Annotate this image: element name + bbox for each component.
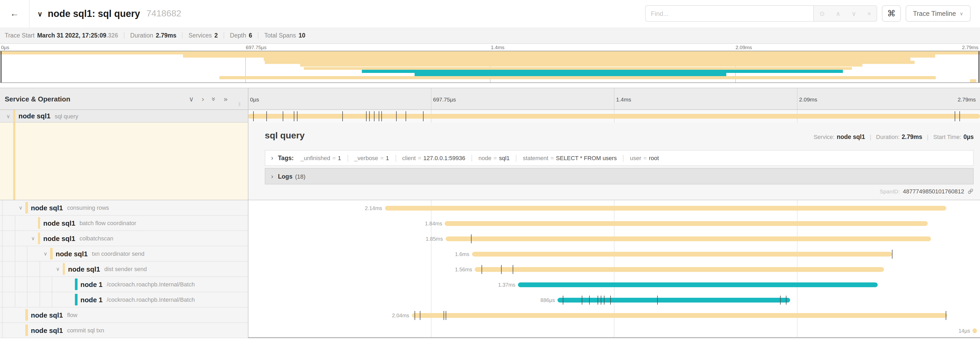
span-bar[interactable] — [445, 221, 928, 226]
span-tree-item[interactable]: node 1/cockroach.roachpb.Internal/Batch — [0, 277, 248, 292]
expand-collapse-controls: ∨›»» — [189, 88, 228, 109]
expand-chevron-icon[interactable]: ∨ — [31, 235, 35, 241]
span-tree-item[interactable]: node sql1commit sql txn — [0, 323, 248, 338]
next-result-icon[interactable]: ∨ — [851, 10, 856, 17]
tree-guide — [2, 231, 3, 246]
duration-label: 1.85ms — [426, 236, 443, 242]
expand-all-icon[interactable]: » — [224, 95, 228, 103]
span-tree-item[interactable]: node 1/cockroach.roachpb.Internal/Batch — [0, 292, 248, 307]
log-marker-tick — [253, 111, 254, 121]
view-dropdown[interactable]: Trace Timeline ∨ — [906, 5, 970, 22]
expand-one-icon[interactable]: › — [202, 95, 204, 103]
span-timeline-row[interactable]: 1.84ms — [248, 216, 980, 231]
link-icon[interactable] — [967, 188, 974, 194]
tags-row[interactable]: › Tags: _unfinished=1_verbose=1client=12… — [265, 150, 974, 166]
span-bar[interactable] — [973, 328, 977, 333]
span-timeline-row[interactable]: 1.6ms — [248, 246, 980, 262]
span-tree-item[interactable]: node sql1flow — [0, 307, 248, 323]
span-bar[interactable] — [557, 298, 791, 302]
tree-guide — [2, 262, 3, 276]
span-tree-item[interactable]: ∨node sql1dist sender send — [0, 262, 248, 277]
expand-chevron-icon[interactable]: ∨ — [56, 266, 60, 272]
span-bar[interactable] — [248, 114, 980, 118]
tag-item[interactable]: user=root — [630, 155, 659, 161]
column-resizer-grip[interactable]: ‖ — [239, 101, 241, 107]
duration-label: 1.6ms — [455, 251, 469, 257]
collapse-one-icon[interactable]: ∨ — [189, 95, 194, 103]
timeline-section: Service & Operation ∨›»» ‖ 0µs697.75µs1.… — [0, 88, 980, 338]
tag-item[interactable]: _verbose=1 — [354, 155, 389, 161]
expand-chevron-icon[interactable]: ∨ — [19, 205, 23, 211]
minimap-time-label: 697.75µs — [246, 45, 267, 50]
span-timeline-row[interactable]: 2.14ms — [248, 200, 980, 216]
log-marker-tick — [374, 111, 375, 121]
span-detail-panel: sql query Service:node sql1|Duration:2.7… — [0, 123, 980, 200]
tag-item[interactable]: node=sql1 — [478, 155, 509, 161]
viewport-scrubber-left[interactable] — [0, 51, 2, 82]
minimap-canvas[interactable] — [0, 51, 980, 83]
span-bar[interactable] — [472, 251, 892, 256]
span-timeline-row[interactable]: 14µs — [248, 323, 980, 338]
span-timeline-row[interactable]: 886µs — [248, 292, 980, 307]
collapse-all-icon[interactable]: » — [210, 97, 218, 101]
span-bar[interactable] — [518, 282, 877, 287]
back-button[interactable]: ← — [0, 0, 30, 27]
meta-separator: | — [927, 134, 929, 140]
tree-guide — [14, 292, 15, 307]
span-bar[interactable] — [412, 313, 947, 318]
timeline-tick-label: 697.75µs — [433, 88, 456, 110]
span-timeline-row[interactable] — [248, 110, 980, 123]
viewport-scrubber-right[interactable] — [978, 51, 980, 82]
tag-item[interactable]: statement=SELECT * FROM users — [523, 155, 617, 161]
minimap-span — [220, 76, 936, 79]
minimap-span — [415, 73, 726, 76]
logs-row[interactable]: › Logs (18) — [265, 168, 974, 184]
tag-item[interactable]: client=127.0.0.1:59936 — [402, 155, 465, 161]
keyboard-shortcuts-button[interactable]: ⌘ — [882, 5, 901, 22]
span-tree-item[interactable]: node sql1batch flow coordinator — [0, 216, 248, 231]
tree-guide — [2, 307, 3, 322]
service-name: node sql1 — [31, 311, 63, 319]
meta-label: Start Time: — [933, 134, 961, 140]
trace-info-value: 2 — [215, 32, 218, 38]
span-timeline-row[interactable]: 1.56ms — [248, 262, 980, 277]
span-timeline-row[interactable]: 2.04ms — [248, 307, 980, 323]
duration-label: 14µs — [958, 328, 970, 333]
span-tree-item[interactable]: ∨node sql1colbatchscan — [0, 231, 248, 246]
clear-find-icon[interactable]: × — [867, 10, 871, 17]
tag-item[interactable]: _unfinished=1 — [301, 155, 341, 161]
span-color-bar — [38, 232, 40, 244]
operation-name: flow — [67, 312, 77, 318]
tree-guide — [2, 292, 3, 307]
timeline-tick-label: 2.79ms — [958, 88, 976, 110]
span-tree-item[interactable]: ∨node sql1txn coordinator send — [0, 246, 248, 262]
tree-guide — [14, 277, 15, 292]
span-tree-item[interactable]: ∨node sql1consuming rows — [0, 200, 248, 216]
collapse-title-icon[interactable]: ∨ — [37, 10, 43, 18]
tag-value: sql1 — [499, 155, 509, 161]
span-bar[interactable] — [385, 206, 946, 210]
span-bar[interactable] — [446, 236, 931, 241]
tree-guide — [27, 292, 27, 307]
service-operation-header: Service & Operation — [5, 88, 70, 109]
span-names: node 1/cockroach.roachpb.Internal/Batch — [80, 277, 195, 292]
operation-name: /cockroach.roachpb.Internal/Batch — [107, 281, 195, 288]
span-timeline-row[interactable]: 1.37ms — [248, 277, 980, 292]
minimap-time-label: 2.09ms — [735, 45, 752, 50]
trace-info-value: 6 — [249, 32, 252, 38]
expand-chevron-icon[interactable]: ∨ — [43, 251, 48, 256]
duration-label: 1.84ms — [425, 220, 442, 226]
trace-info-label: Services — [189, 32, 212, 38]
tag-equals: = — [550, 155, 554, 161]
tag-separator — [395, 155, 396, 162]
span-tree-item[interactable]: ∨node sql1sql query — [0, 110, 248, 123]
locate-icon[interactable]: ⊙ — [819, 10, 825, 17]
prev-result-icon[interactable]: ∧ — [836, 10, 840, 17]
expand-chevron-icon[interactable]: ∨ — [6, 113, 10, 119]
find-input[interactable] — [645, 5, 814, 22]
panel-divider[interactable] — [248, 88, 248, 337]
span-timeline-row[interactable]: 1.85ms — [248, 231, 980, 246]
tree-guide — [2, 216, 3, 230]
span-bar[interactable] — [475, 267, 884, 272]
tree-guide — [52, 277, 52, 292]
